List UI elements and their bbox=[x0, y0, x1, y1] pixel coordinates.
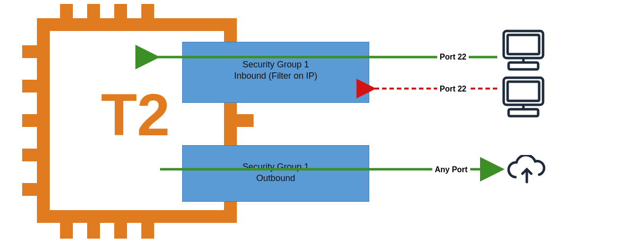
port-label-allowed: Port 22 bbox=[437, 52, 469, 62]
port-label-denied: Port 22 bbox=[437, 84, 469, 94]
svg-rect-19 bbox=[504, 31, 543, 58]
svg-rect-20 bbox=[508, 35, 539, 54]
svg-rect-24 bbox=[508, 82, 539, 101]
sg-inbound-box: Security Group 1 Inbound (Filter on IP) bbox=[182, 42, 369, 103]
sg-outbound-box: Security Group 1 Outbound bbox=[182, 145, 369, 202]
port-label-outbound: Any Port bbox=[432, 164, 470, 175]
sg-outbound-subtitle: Outbound bbox=[183, 173, 369, 184]
cpu-chip-icon: T2 bbox=[0, 0, 644, 247]
computer-icon bbox=[500, 74, 549, 121]
computer-icon bbox=[500, 27, 549, 74]
sg-inbound-title: Security Group 1 bbox=[183, 59, 369, 70]
instance-type-label: T2 bbox=[101, 82, 170, 148]
diagram-stage: T2 Security Group 1 Inbound (Filter on I… bbox=[0, 0, 644, 247]
cloud-icon bbox=[505, 155, 549, 187]
sg-inbound-subtitle: Inbound (Filter on IP) bbox=[183, 70, 369, 82]
svg-rect-23 bbox=[504, 78, 543, 105]
svg-rect-25 bbox=[509, 109, 538, 116]
svg-rect-21 bbox=[509, 62, 538, 69]
sg-outbound-title: Security Group 1 bbox=[183, 161, 369, 173]
